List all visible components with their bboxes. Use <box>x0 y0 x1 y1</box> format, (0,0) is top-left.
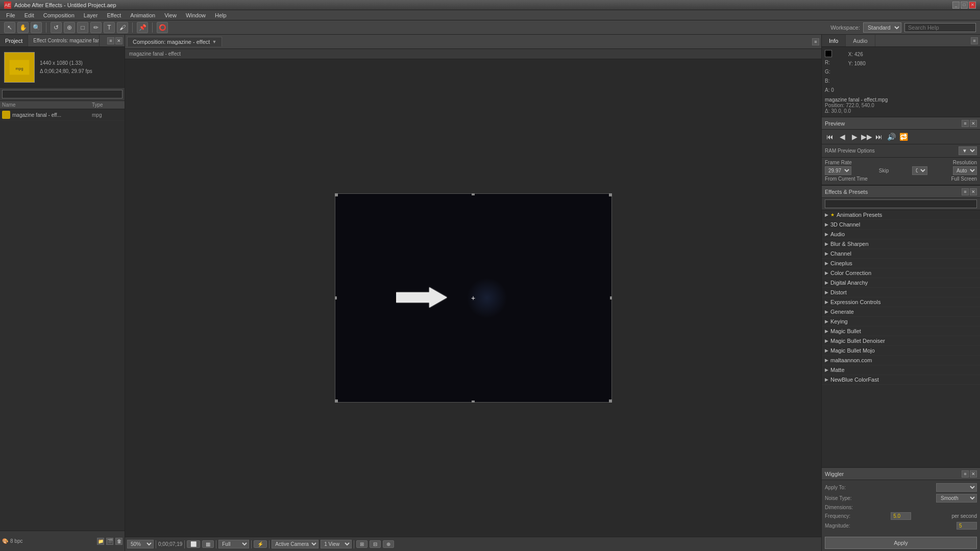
menu-composition[interactable]: Composition <box>39 11 79 19</box>
preview-next-frame[interactable]: ▶▶ <box>862 132 872 142</box>
toolbar-brush-tool[interactable]: 🖌 <box>117 22 128 33</box>
apply-to-select[interactable] <box>936 483 977 492</box>
fast-previews-btn[interactable]: ⚡ <box>254 540 267 548</box>
category-label: Magic Bullet <box>830 328 861 334</box>
toolbar-pen-tool[interactable]: ✏ <box>90 22 102 33</box>
effect-category-audio[interactable]: ▶ Audio <box>822 230 980 239</box>
preview-first-frame[interactable]: ⏮ <box>825 132 835 142</box>
menu-window[interactable]: Window <box>182 11 210 19</box>
frame-rate-select[interactable]: 29.97 24 30 <box>825 166 851 175</box>
tab-audio[interactable]: Audio <box>846 35 875 46</box>
tab-project[interactable]: Project <box>0 35 28 46</box>
restore-button[interactable]: □ <box>961 2 968 9</box>
toolbar-roto-tool[interactable]: ⭕ <box>157 22 168 33</box>
comp-panel-menu[interactable]: ≡ <box>812 38 819 45</box>
magnitude-input[interactable] <box>957 522 977 530</box>
view-options-btn[interactable]: ⊞ <box>356 540 368 548</box>
new-comp-btn[interactable]: 🎬 <box>106 538 113 545</box>
transparency-btn[interactable]: ▦ <box>202 540 214 548</box>
toolbar-pin-tool[interactable]: 📌 <box>137 22 148 33</box>
panel-close-btn[interactable]: ✕ <box>115 37 122 44</box>
toolbar-anchor-tool[interactable]: ⊕ <box>64 22 75 33</box>
effect-category-matte[interactable]: ▶ Matte <box>822 365 980 375</box>
quality-select[interactable]: Full Half Quarter <box>218 540 249 548</box>
preview-panel-menu[interactable]: ≡ <box>962 120 969 127</box>
viewer-area[interactable]: + <box>125 59 821 537</box>
menu-view[interactable]: View <box>160 11 181 19</box>
category-label: Blur & Sharpen <box>830 241 869 247</box>
effect-category-animation-presets[interactable]: ▶ ★ Animation Presets <box>822 210 980 220</box>
effect-category-3d-channel[interactable]: ▶ 3D Channel <box>822 220 980 230</box>
exposure-btn[interactable]: ⊕ <box>383 540 394 548</box>
menu-file[interactable]: File <box>2 11 19 19</box>
effect-category-magic-bullet[interactable]: ▶ Magic Bullet <box>822 327 980 336</box>
view-select[interactable]: 1 View 2 Views <box>321 540 352 548</box>
effects-search-input[interactable] <box>825 199 977 208</box>
effect-category-magic-bullet-mojo[interactable]: ▶ Magic Bullet Mojo <box>822 346 980 356</box>
toolbar-select-tool[interactable]: ↖ <box>4 22 15 33</box>
tab-effect-controls[interactable]: Effect Controls: magazine fanal - eff... <box>28 35 100 46</box>
delete-btn[interactable]: 🗑 <box>115 538 122 545</box>
apply-button[interactable]: Apply <box>825 537 977 549</box>
effect-category-newblue-colorfast[interactable]: ▶ NewBlue ColorFast <box>822 375 980 385</box>
menu-layer[interactable]: Layer <box>80 11 102 19</box>
per-second-label: per second <box>952 513 977 519</box>
preview-options-select[interactable]: ▼ <box>959 146 977 155</box>
tab-info[interactable]: Info <box>822 35 846 46</box>
effects-panel-menu[interactable]: ≡ <box>962 188 969 195</box>
menu-effect[interactable]: Effect <box>103 11 125 19</box>
effect-category-digital-anarchy[interactable]: ▶ Digital Anarchy <box>822 278 980 288</box>
svg-marker-3 <box>396 287 447 308</box>
minimize-button[interactable]: _ <box>952 2 960 9</box>
noise-type-select[interactable]: Smooth Jagged <box>936 494 977 503</box>
preview-last-frame[interactable]: ⏭ <box>874 132 884 142</box>
menu-help[interactable]: Help <box>211 11 231 19</box>
menu-animation[interactable]: Animation <box>126 11 159 19</box>
toolbar-zoom-tool[interactable]: 🔍 <box>31 22 42 33</box>
workspace-selector[interactable]: Standard <box>863 22 901 33</box>
close-button[interactable]: ✕ <box>969 2 976 9</box>
toolbar-rotate-tool[interactable]: ↺ <box>51 22 62 33</box>
effect-category-magic-bullet-denoiser[interactable]: ▶ Magic Bullet Denoiser <box>822 336 980 346</box>
toolbar-shape-tool[interactable]: □ <box>77 22 88 33</box>
camera-select[interactable]: Active Camera <box>272 540 318 548</box>
preview-prev-frame[interactable]: ◀ <box>837 132 847 142</box>
menu-edit[interactable]: Edit <box>20 11 38 19</box>
effect-category-generate[interactable]: ▶ Generate <box>822 307 980 317</box>
new-folder-btn[interactable]: 📁 <box>97 538 104 545</box>
breadcrumb-text: magazine fanal - effect <box>129 51 181 57</box>
preview-panel-close[interactable]: ✕ <box>970 120 977 127</box>
effects-panel-close[interactable]: ✕ <box>970 188 977 195</box>
wiggler-close[interactable]: ✕ <box>970 470 977 478</box>
effect-category-channel[interactable]: ▶ Channel <box>822 249 980 259</box>
project-search-input[interactable] <box>2 90 122 98</box>
panel-menu-btn[interactable]: ≡ <box>107 37 114 44</box>
info-panel-menu[interactable]: ≡ <box>971 37 978 44</box>
viewer-controls: 50% 100% 25% 0;00;07;19 ⬜ ▦ Full Half Qu… <box>125 537 821 551</box>
comp-tab-close[interactable]: ▼ <box>212 39 216 44</box>
effect-category-cineplus[interactable]: ▶ Cineplus <box>822 259 980 268</box>
resolution-select[interactable]: Auto Full Half <box>953 166 977 175</box>
toolbar-text-tool[interactable]: T <box>104 22 115 33</box>
effect-category-maltaannon[interactable]: ▶ maltaannon.com <box>822 356 980 365</box>
effect-category-expression-controls[interactable]: ▶ Expression Controls <box>822 297 980 307</box>
preview-loop-btn[interactable]: 🔁 <box>898 132 909 142</box>
effect-category-color-correction[interactable]: ▶ Color Correction <box>822 268 980 278</box>
zoom-select[interactable]: 50% 100% 25% <box>127 540 154 548</box>
effects-title: Effects & Presets <box>825 189 868 195</box>
pixel-aspect-btn[interactable]: ⊟ <box>370 540 381 548</box>
search-help-input[interactable] <box>904 23 976 32</box>
effect-category-keying[interactable]: ▶ Keying <box>822 317 980 327</box>
wiggler-menu[interactable]: ≡ <box>962 470 969 478</box>
preview-audio-toggle[interactable]: 🔊 <box>886 132 896 142</box>
toolbar-hand-tool[interactable]: ✋ <box>17 22 29 33</box>
effect-category-blur-sharpen[interactable]: ▶ Blur & Sharpen <box>822 239 980 249</box>
list-item[interactable]: magazine fanal - eff... mpg <box>0 109 125 121</box>
center-panel: Composition: magazine - effect ▼ ≡ magaz… <box>125 35 822 551</box>
skip-select[interactable]: 0 <box>912 166 927 175</box>
effect-category-distort[interactable]: ▶ Distort <box>822 288 980 297</box>
frequency-input[interactable]: 5.0 <box>891 512 911 520</box>
region-of-interest-btn[interactable]: ⬜ <box>187 540 200 548</box>
comp-viewer-tab[interactable]: Composition: magazine - effect ▼ <box>127 37 222 46</box>
preview-play[interactable]: ▶ <box>849 132 860 142</box>
